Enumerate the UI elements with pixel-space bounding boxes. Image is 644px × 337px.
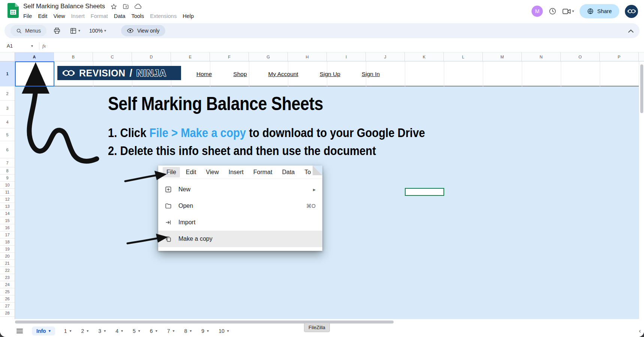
- sheet-tab-info[interactable]: Info ▾: [32, 327, 55, 336]
- menus-search-button[interactable]: Menus: [10, 25, 46, 36]
- column-header-N[interactable]: N: [522, 52, 561, 61]
- row-header-13[interactable]: 13: [0, 203, 15, 210]
- dock-tooltip: FileZilla: [304, 323, 330, 332]
- menu-insert[interactable]: Insert: [68, 12, 88, 20]
- share-button[interactable]: Share: [580, 4, 619, 18]
- zoom-selector[interactable]: 100% ▾: [87, 26, 108, 35]
- column-header-G[interactable]: G: [249, 52, 288, 61]
- row-header-5[interactable]: 5: [0, 128, 15, 141]
- print-button[interactable]: [51, 25, 63, 36]
- column-header-M[interactable]: M: [483, 52, 522, 61]
- sheet-tab-6[interactable]: 6▾: [146, 327, 161, 336]
- sheet-tab-10[interactable]: 10▾: [215, 327, 233, 336]
- row-header-25[interactable]: 25: [0, 288, 15, 295]
- column-header-H[interactable]: H: [288, 52, 327, 61]
- row-header-15[interactable]: 15: [0, 217, 15, 224]
- folder-move-icon[interactable]: [123, 3, 129, 10]
- row-header-27[interactable]: 27: [0, 303, 15, 310]
- spreadsheet-grid[interactable]: REVISION/NINJA HomeShopMy AccountSign Up…: [0, 61, 644, 319]
- filemenu-item-label: Make a copy: [178, 236, 213, 242]
- sheet-tab-7[interactable]: 7▾: [163, 327, 178, 336]
- row-header-28[interactable]: 28: [0, 310, 15, 317]
- view-only-badge[interactable]: View only: [121, 25, 165, 36]
- import-icon: [165, 219, 172, 226]
- row-header-19[interactable]: 19: [0, 246, 15, 253]
- sheet-tab-5[interactable]: 5▾: [129, 327, 144, 336]
- menu-help[interactable]: Help: [180, 12, 197, 20]
- row-header-1[interactable]: 1: [0, 61, 15, 86]
- row-header-21[interactable]: 21: [0, 260, 15, 267]
- row-header-22[interactable]: 22: [0, 267, 15, 274]
- document-title[interactable]: Self Marking Balance Sheets: [23, 3, 105, 10]
- column-header-J[interactable]: J: [366, 52, 405, 61]
- sheet-tab-2[interactable]: 2▾: [78, 327, 93, 336]
- nav-link-home[interactable]: Home: [196, 71, 212, 78]
- sheet-tab-3[interactable]: 3▾: [94, 327, 109, 336]
- row-header-9[interactable]: 9: [0, 174, 15, 182]
- column-header-B[interactable]: B: [54, 52, 93, 61]
- sheet-tab-4[interactable]: 4▾: [112, 327, 127, 336]
- sheet-tab-8[interactable]: 8▾: [180, 327, 195, 336]
- menu-tools[interactable]: Tools: [128, 12, 147, 20]
- row-header-2[interactable]: 2: [0, 86, 15, 101]
- row-header-11[interactable]: 11: [0, 189, 15, 196]
- column-header-I[interactable]: I: [327, 52, 366, 61]
- column-header-K[interactable]: K: [405, 52, 444, 61]
- scroll-tabs-left-icon[interactable]: ‹: [639, 327, 641, 335]
- row-header-17[interactable]: 17: [0, 231, 15, 239]
- name-box[interactable]: A1 ▾: [4, 43, 36, 49]
- title-area: Self Marking Balance Sheets FileEditView…: [23, 1, 532, 21]
- nav-link-sign-up[interactable]: Sign Up: [320, 71, 340, 78]
- menu-file[interactable]: File: [20, 12, 35, 20]
- presence-avatar[interactable]: M: [532, 6, 543, 17]
- nav-link-shop[interactable]: Shop: [233, 71, 247, 78]
- nav-link-sign-in[interactable]: Sign In: [362, 71, 380, 78]
- row-header-12[interactable]: 12: [0, 196, 15, 203]
- collapse-toolbar-button[interactable]: [628, 29, 634, 33]
- row-header-23[interactable]: 23: [0, 274, 15, 281]
- column-header-P[interactable]: P: [600, 52, 639, 61]
- nav-link-my-account[interactable]: My Account: [268, 71, 298, 78]
- row-header-20[interactable]: 20: [0, 253, 15, 260]
- column-header-D[interactable]: D: [132, 52, 171, 61]
- row-header-8[interactable]: 8: [0, 167, 15, 174]
- history-icon[interactable]: [548, 7, 557, 15]
- all-sheets-menu-icon[interactable]: [16, 329, 23, 333]
- menu-extensions[interactable]: Extensions: [147, 12, 180, 20]
- sheet-views-button[interactable]: ▾: [67, 26, 82, 36]
- vertical-scrollbar[interactable]: [639, 61, 644, 319]
- row-header-3[interactable]: 3: [0, 101, 15, 116]
- menu-data[interactable]: Data: [111, 12, 129, 20]
- row-header-24[interactable]: 24: [0, 281, 15, 288]
- chevron-down-icon: ▾: [78, 29, 80, 33]
- select-all-corner[interactable]: [0, 52, 15, 61]
- google-sheets-logo-icon[interactable]: [7, 3, 19, 19]
- column-header-L[interactable]: L: [444, 52, 483, 61]
- row-header-26[interactable]: 26: [0, 295, 15, 303]
- sheet-tab-1[interactable]: 1▾: [60, 327, 75, 336]
- account-avatar[interactable]: [625, 5, 638, 18]
- gridline: [561, 61, 561, 86]
- column-header-F[interactable]: F: [210, 52, 249, 61]
- row-header-6[interactable]: 6: [0, 141, 15, 158]
- menu-view[interactable]: View: [50, 12, 68, 20]
- cloud-status-icon[interactable]: [135, 4, 142, 9]
- row-header-14[interactable]: 14: [0, 210, 15, 217]
- row-header-18[interactable]: 18: [0, 239, 15, 246]
- star-icon[interactable]: [111, 3, 117, 10]
- row-header-4[interactable]: 4: [0, 116, 15, 128]
- video-call-button[interactable]: ▾: [562, 8, 574, 15]
- row-header-10[interactable]: 10: [0, 182, 15, 189]
- vertical-scrollbar-thumb[interactable]: [640, 64, 643, 113]
- horizontal-scrollbar-thumb[interactable]: [15, 321, 394, 324]
- row-header-16[interactable]: 16: [0, 224, 15, 231]
- chevron-up-icon: [628, 29, 634, 33]
- column-header-O[interactable]: O: [561, 52, 600, 61]
- column-header-E[interactable]: E: [171, 52, 210, 61]
- sheet-tab-9[interactable]: 9▾: [198, 327, 213, 336]
- column-header-C[interactable]: C: [93, 52, 132, 61]
- menu-edit[interactable]: Edit: [35, 12, 50, 20]
- menu-format[interactable]: Format: [88, 12, 111, 20]
- row-header-7[interactable]: 7: [0, 158, 15, 167]
- column-header-A[interactable]: A: [15, 52, 54, 61]
